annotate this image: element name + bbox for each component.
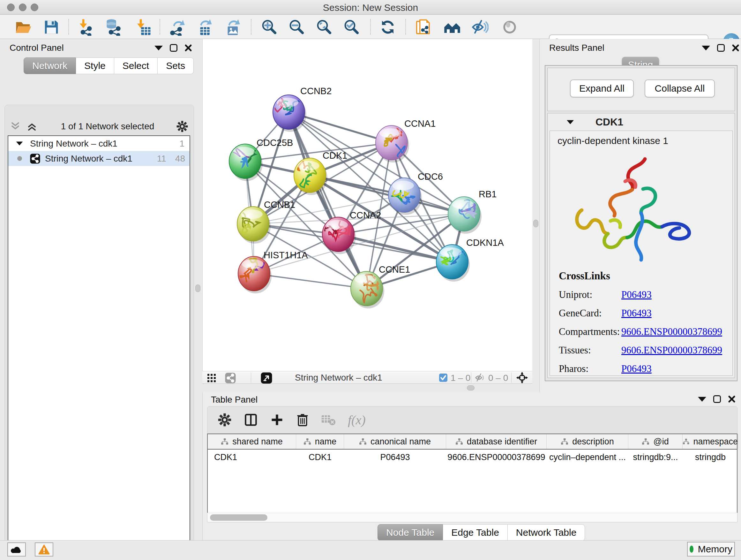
close-panel-icon[interactable]	[728, 395, 736, 403]
close-panel-icon[interactable]	[185, 44, 192, 52]
node-CDC25B[interactable]: CDC25B	[227, 138, 293, 181]
zoom-in-button[interactable]	[260, 18, 278, 36]
collapse-all-button[interactable]: Collapse All	[645, 79, 715, 98]
tab-sets[interactable]: Sets	[158, 57, 194, 74]
maximize-panel-icon[interactable]	[717, 44, 725, 52]
edge-CCNB2-CCNE1[interactable]	[289, 112, 367, 289]
tab-edge-table[interactable]: Edge Table	[443, 524, 508, 541]
node-CCNA2[interactable]: CCNA2	[319, 210, 381, 254]
expand-all-button[interactable]: Expand All	[570, 79, 634, 98]
table-cell[interactable]: CDK1	[296, 450, 344, 464]
protein-structure-image	[562, 151, 713, 266]
node-HIST1H1A[interactable]: HIST1H1A	[238, 250, 308, 294]
column-header-label: name	[315, 437, 337, 447]
grid-icon[interactable]	[207, 374, 216, 382]
hierarchy-icon	[359, 438, 367, 445]
maximize-panel-icon[interactable]	[170, 44, 178, 52]
memory-button[interactable]: Memory	[687, 542, 735, 557]
show-columns-icon[interactable]	[244, 413, 258, 427]
node-table[interactable]: shared namenamecanonical namedatabase id…	[207, 434, 738, 513]
network-view-canvas[interactable]: CCNB2CCNA1CDC25BCDK1CDC6RB1CCNB1CCNA2CDK…	[202, 39, 532, 371]
selected-count: 1 – 0	[451, 373, 470, 383]
save-session-button[interactable]	[43, 18, 60, 36]
float-panel-icon[interactable]	[154, 46, 163, 51]
import-network-file-button[interactable]	[77, 18, 94, 36]
network-row-selected[interactable]: String Network – cdk1 11 48	[8, 151, 190, 166]
column-header-name[interactable]: name	[296, 434, 344, 449]
table-cell[interactable]: cyclin–dependent ...	[547, 450, 628, 464]
copy-style-button[interactable]	[415, 18, 432, 36]
crosshair-icon[interactable]	[516, 371, 529, 384]
cloud-status-button[interactable]	[7, 543, 26, 557]
node-CDKN1A[interactable]: CDKN1A	[436, 238, 504, 282]
gear-icon[interactable]	[176, 120, 188, 132]
table-cell[interactable]: CDK1	[208, 450, 296, 464]
hide-selected-button[interactable]	[471, 18, 488, 36]
close-panel-icon[interactable]	[732, 44, 739, 52]
bottom-splitter-handle[interactable]	[467, 385, 475, 390]
scroll-thumb[interactable]	[210, 514, 267, 521]
expand-all-icon[interactable]	[26, 121, 39, 132]
table-cell[interactable]: stringdb:9...	[628, 450, 683, 464]
tab-style[interactable]: Style	[76, 57, 114, 74]
column-header-canonical-name[interactable]: canonical name	[344, 434, 446, 449]
string-home-button[interactable]	[444, 18, 461, 36]
column-header-label: @id	[653, 437, 669, 447]
tab-select[interactable]: Select	[114, 57, 158, 74]
zoom-out-button[interactable]	[288, 18, 305, 36]
maximize-panel-icon[interactable]	[713, 395, 721, 403]
tab-network[interactable]: Network	[23, 57, 76, 74]
node-CCNB1[interactable]: CCNB1	[229, 199, 295, 244]
crosslink-link[interactable]: P06493	[621, 307, 652, 319]
import-table-file-button[interactable]	[135, 18, 152, 36]
right-splitter-handle[interactable]	[533, 220, 538, 227]
node-CCNB2[interactable]: CCNB2	[273, 86, 332, 132]
left-splitter-handle[interactable]	[195, 285, 200, 292]
save-icon	[43, 18, 60, 36]
tab-network-table[interactable]: Network Table	[508, 524, 585, 541]
table-cell[interactable]: stringdb	[683, 450, 738, 464]
zoom-fit-button[interactable]	[315, 18, 333, 36]
float-panel-icon[interactable]	[702, 46, 710, 51]
crosslink-link[interactable]: 9606.ENSP00000378699	[621, 326, 722, 337]
zoom-selected-button[interactable]	[343, 18, 360, 36]
node-CCNA1[interactable]: CCNA1	[376, 118, 435, 163]
collapse-all-icon[interactable]	[10, 121, 22, 132]
crosslink-row: Pharos:P06493	[559, 363, 722, 374]
refresh-button[interactable]	[379, 18, 396, 36]
string-network-graph[interactable]: CCNB2CCNA1CDC25BCDK1CDC6RB1CCNB1CCNA2CDK…	[203, 39, 533, 371]
network-collection-row[interactable]: String Network – cdk1 1	[8, 136, 190, 151]
float-panel-icon[interactable]	[698, 397, 706, 401]
export-image-button[interactable]	[223, 18, 241, 36]
selected-checkbox-icon[interactable]	[439, 374, 448, 382]
crosslink-link[interactable]: 9606.ENSP00000378699	[621, 345, 722, 356]
export-network-button[interactable]	[168, 18, 185, 36]
warning-status-button[interactable]	[35, 543, 53, 557]
column-header--id[interactable]: @id	[628, 434, 683, 449]
collapse-gene-icon[interactable]	[567, 120, 574, 124]
delete-column-icon[interactable]	[296, 413, 309, 427]
table-hscrollbar[interactable]	[207, 513, 738, 522]
table-row[interactable]: CDK1CDK1P064939606.ENSP00000378699cyclin…	[208, 450, 737, 464]
collapse-tree-icon[interactable]	[16, 142, 23, 145]
column-header-database-identifier[interactable]: database identifier	[446, 434, 547, 449]
table-gear-icon[interactable]	[218, 413, 232, 427]
add-column-icon[interactable]	[270, 413, 284, 427]
tab-node-table[interactable]: Node Table	[378, 524, 443, 541]
column-header-shared-name[interactable]: shared name	[208, 434, 296, 449]
open-session-button[interactable]	[15, 18, 32, 36]
column-header-namespace[interactable]: namespace	[683, 434, 738, 449]
node-RB1[interactable]: RB1	[448, 189, 496, 234]
birdseye-icon[interactable]	[260, 372, 273, 384]
export-table-button[interactable]	[196, 18, 213, 36]
node-CDC6[interactable]: CDC6	[388, 172, 443, 215]
table-cell[interactable]: 9606.ENSP00000378699	[446, 450, 547, 464]
crosslink-link[interactable]: P06493	[621, 289, 652, 300]
show-all-button[interactable]	[501, 18, 518, 36]
import-network-database-button[interactable]	[105, 18, 123, 36]
table-cell[interactable]: P06493	[344, 450, 446, 464]
share-view-icon[interactable]	[225, 372, 236, 384]
crosslink-link[interactable]: P06493	[621, 363, 652, 374]
hidden-eye-icon	[475, 373, 485, 382]
column-header-description[interactable]: description	[547, 434, 628, 449]
